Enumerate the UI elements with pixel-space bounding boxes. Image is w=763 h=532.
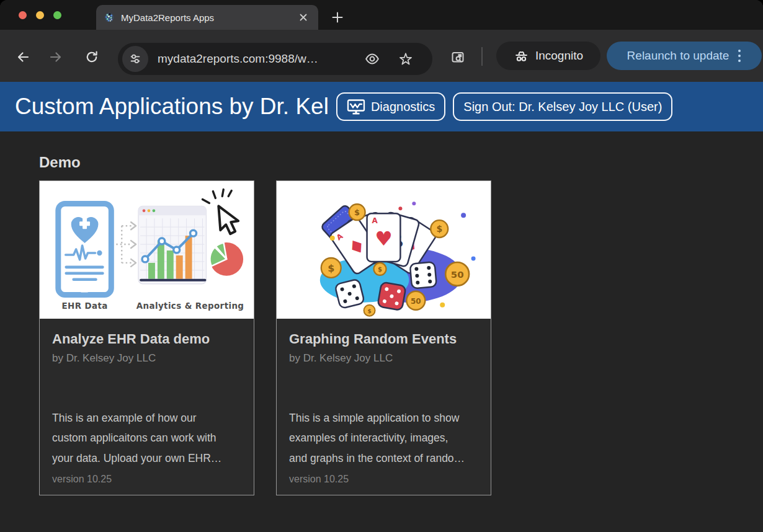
card-description: This is a simple application to show exa…	[289, 408, 478, 468]
browser-toolbar: mydata2reports.com:9988/w…	[0, 30, 763, 82]
relaunch-to-update-button[interactable]: Relaunch to update	[607, 42, 762, 70]
tab-strip: MyData2Reports Apps	[0, 0, 763, 30]
reload-button[interactable]	[81, 46, 103, 68]
svg-text:A: A	[372, 216, 378, 225]
favicon-icon	[104, 12, 115, 23]
window-controls	[19, 11, 61, 19]
svg-text:♥: ♥	[375, 227, 393, 250]
card-version: version 10.25	[289, 474, 478, 485]
sign-out-button[interactable]: Sign Out: Dr. Kelsey Joy LLC (User)	[453, 92, 672, 121]
caption-ehr-data: EHR Data	[61, 301, 107, 311]
svg-text:$: $	[367, 308, 371, 314]
cards-dice-illustration: K ♦ 2 ♣ A ♠	[277, 181, 491, 319]
browser-menu-kebab-icon[interactable]	[738, 49, 741, 63]
card-body: Graphing Random Events by Dr. Kelsey Joy…	[277, 319, 491, 495]
ehr-illustration: EHR Data Analytics & Reporting	[40, 181, 254, 319]
svg-text:$: $	[378, 266, 382, 273]
page-title: Custom Applications by Dr. Kel	[15, 94, 329, 120]
app-card-graphing-random-events[interactable]: K ♦ 2 ♣ A ♠	[276, 180, 491, 495]
svg-text:$: $	[354, 208, 360, 217]
address-bar[interactable]: mydata2reports.com:9988/w…	[118, 43, 432, 75]
tab-title: MyData2Reports Apps	[121, 12, 296, 23]
card-title: Analyze EHR Data demo	[52, 331, 241, 347]
svg-text:$: $	[328, 262, 334, 274]
site-header: Custom Applications by Dr. Kel Diagnosti…	[0, 82, 763, 131]
side-search-icon[interactable]	[447, 46, 469, 68]
svg-text:50: 50	[411, 297, 421, 306]
diagnostics-button[interactable]: Diagnostics	[336, 92, 445, 121]
card-version: version 10.25	[52, 474, 241, 485]
monitor-waveform-icon	[347, 99, 365, 115]
incognito-icon	[514, 48, 529, 64]
svg-text:$: $	[436, 224, 442, 234]
browser-tab[interactable]: MyData2Reports Apps	[96, 5, 318, 30]
site-settings-icon[interactable]	[122, 46, 148, 72]
forward-button[interactable]	[45, 46, 67, 68]
card-title: Graphing Random Events	[289, 331, 478, 347]
new-tab-button[interactable]	[328, 7, 347, 27]
back-button[interactable]	[12, 46, 34, 68]
incognito-label: Incognito	[535, 49, 583, 63]
card-byline: by Dr. Kelsey Joy LLC	[52, 352, 241, 365]
svg-text:50: 50	[451, 269, 464, 280]
bookmark-star-icon[interactable]	[398, 51, 413, 66]
card-body: Analyze EHR Data demo by Dr. Kelsey Joy …	[40, 319, 254, 495]
app-card-analyze-ehr[interactable]: EHR Data Analytics & Reporting Analyze E…	[39, 180, 254, 495]
apps-page: Demo	[0, 131, 763, 495]
minimize-window-button[interactable]	[36, 11, 44, 19]
card-byline: by Dr. Kelsey Joy LLC	[289, 352, 478, 365]
url-text: mydata2reports.com:9988/w…	[158, 43, 365, 75]
incognito-badge: Incognito	[496, 42, 600, 70]
app-cards: EHR Data Analytics & Reporting Analyze E…	[39, 180, 738, 495]
card-description: This is an example of how our custom app…	[52, 408, 241, 468]
preview-eye-icon[interactable]	[365, 51, 380, 66]
relaunch-label: Relaunch to update	[627, 49, 730, 63]
toolbar-divider	[481, 47, 483, 66]
section-title: Demo	[39, 154, 738, 171]
tab-close-icon[interactable]	[296, 10, 311, 25]
close-window-button[interactable]	[19, 11, 27, 19]
sign-out-label: Sign Out: Dr. Kelsey Joy LLC (User)	[463, 100, 662, 114]
browser-window: MyData2Reports Apps	[0, 0, 763, 532]
diagnostics-label: Diagnostics	[371, 100, 435, 114]
maximize-window-button[interactable]	[53, 11, 61, 19]
caption-analytics-reporting: Analytics & Reporting	[136, 301, 244, 311]
